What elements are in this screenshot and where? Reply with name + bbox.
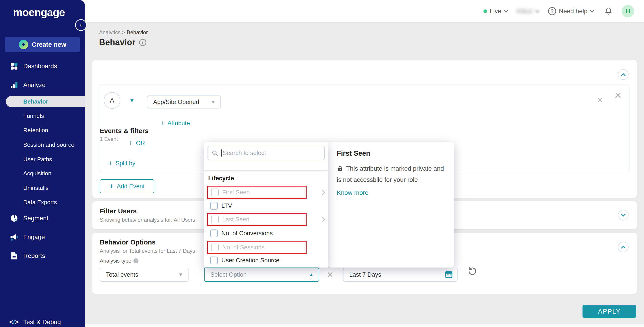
sidebar-item-analyze[interactable]: Analyze — [0, 80, 85, 90]
chevron-down-icon — [590, 8, 594, 12]
chevron-up-icon: ▲ — [309, 272, 314, 278]
sidebar-item-uninstalls[interactable]: Uninstalls — [0, 183, 85, 193]
footer-strip — [85, 324, 644, 327]
add-event-button[interactable]: Add Event — [100, 180, 154, 193]
search-input[interactable] — [223, 150, 317, 156]
need-help-menu[interactable]: Need help — [548, 7, 593, 15]
topbar: Live Kittu2 Need help H — [0, 0, 644, 22]
behavior-analytics-page: Live Kittu2 Need help H moengage Create … — [0, 0, 644, 327]
event-letter-badge: A — [104, 92, 120, 109]
collapse-behavior-options-button[interactable] — [618, 242, 628, 252]
behavior-options-title: Behavior Options — [100, 238, 156, 246]
attribute-search[interactable] — [208, 146, 325, 160]
plus-icon — [109, 182, 114, 190]
event-expand-caret-icon[interactable]: ▼ — [129, 98, 134, 103]
plus-icon — [160, 120, 164, 126]
behavior-options-subtitle: Analysis for Total events for Last 7 Day… — [100, 248, 195, 254]
chevron-down-icon: ▼ — [211, 99, 216, 105]
reports-icon — [10, 252, 18, 260]
chevron-right-icon — [320, 217, 325, 222]
sidebar-item-test-debug[interactable]: </> Test & Debug — [0, 317, 85, 327]
lock-icon — [337, 165, 344, 175]
apply-button[interactable]: APPLY — [582, 305, 636, 318]
chevron-right-icon — [320, 190, 325, 195]
analysis-type-select[interactable]: Total events ▼ — [100, 268, 188, 282]
create-new-button[interactable]: Create new — [5, 37, 80, 52]
attribute-option-first-seen[interactable]: First Seen — [207, 186, 306, 199]
sidebar-item-user-paths[interactable]: User Paths — [0, 154, 85, 164]
info-icon[interactable] — [134, 258, 138, 263]
checkbox[interactable] — [210, 256, 218, 264]
workspace-switcher[interactable]: Kittu2 — [517, 8, 538, 15]
page-title: Behavior — [99, 38, 136, 47]
add-or-button[interactable]: OR — [128, 140, 145, 147]
dashboards-icon — [10, 62, 18, 70]
attribute-dropdown-panel: Lifecycle First Seen LTV Last Seen No. o… — [204, 142, 328, 268]
sidebar-item-session-and-source[interactable]: Session and source — [0, 140, 85, 150]
notification-bell-icon[interactable] — [604, 7, 613, 16]
collapse-events-button[interactable] — [618, 69, 628, 80]
event-name-select[interactable]: App/Site Opened ▼ — [147, 96, 221, 108]
sidebar-item-retention[interactable]: Retention — [0, 125, 85, 135]
sidebar-collapse-button[interactable] — [75, 19, 87, 31]
split-by-button[interactable]: Split by — [108, 160, 135, 167]
calendar-icon — [444, 270, 453, 279]
sidebar-item-behavior[interactable]: Behavior — [6, 96, 85, 107]
checkbox[interactable] — [211, 216, 219, 223]
segment-icon — [10, 214, 18, 222]
filter-users-subtitle: Showing behavior analysis for: All Users — [100, 217, 195, 223]
engage-icon — [10, 233, 18, 241]
sidebar-item-funnels[interactable]: Funnels — [0, 111, 85, 121]
divider — [204, 170, 328, 171]
remove-filter-icon[interactable] — [597, 96, 603, 104]
sidebar: moengage Create new Dashboards Analyze B… — [0, 0, 85, 327]
user-avatar[interactable]: H — [622, 5, 634, 18]
environment-switcher[interactable]: Live — [484, 8, 507, 15]
attribute-option-no-of-sessions[interactable]: No. of Sessions — [207, 241, 306, 254]
add-attribute-button[interactable]: Attribute — [160, 120, 190, 127]
lifecycle-group-label: Lifecycle — [208, 175, 234, 182]
breadcrumb: Analytics > Behavior — [99, 29, 148, 36]
checkbox[interactable] — [210, 202, 218, 210]
analysis-type-label: Analysis type — [100, 258, 131, 264]
know-more-link[interactable]: Know more — [337, 189, 368, 196]
sidebar-item-segment[interactable]: Segment — [0, 213, 85, 224]
info-icon[interactable] — [139, 39, 146, 46]
attribute-detail-panel: First Seen This attribute is marked priv… — [328, 142, 454, 268]
expand-filter-users-button[interactable] — [618, 210, 628, 220]
environment-label: Live — [490, 8, 501, 15]
sidebar-item-acquisition[interactable]: Acquisition — [0, 168, 85, 178]
reset-icon[interactable] — [467, 266, 477, 275]
text-cursor — [222, 150, 222, 156]
filter-users-title: Filter Users — [100, 207, 137, 215]
checkbox[interactable] — [211, 188, 219, 196]
moengage-logo: moengage — [13, 6, 65, 18]
sidebar-item-data-exports[interactable]: Data Exports — [0, 197, 85, 207]
checkbox[interactable] — [210, 230, 218, 237]
analyze-icon — [10, 81, 18, 89]
plus-icon — [19, 40, 28, 49]
chevron-down-icon — [535, 8, 539, 12]
breadcrumb-parent[interactable]: Analytics — [99, 29, 120, 35]
remove-event-icon[interactable] — [614, 90, 622, 101]
attribute-detail-title: First Seen — [337, 150, 370, 158]
live-status-dot — [484, 10, 487, 13]
plus-icon — [108, 160, 112, 167]
attribute-option-user-creation-source[interactable]: User Creation Source — [207, 254, 306, 267]
checkbox[interactable] — [211, 244, 219, 251]
sidebar-item-engage[interactable]: Engage — [0, 232, 85, 242]
date-range-picker[interactable]: Last 7 Days — [343, 268, 458, 282]
chevron-up-icon — [621, 246, 626, 250]
chevron-down-icon — [621, 212, 626, 216]
attribute-option-last-seen[interactable]: Last Seen — [207, 213, 306, 226]
chevron-down-icon — [504, 8, 508, 12]
sidebar-item-reports[interactable]: Reports — [0, 250, 85, 261]
clear-selection-icon[interactable] — [327, 270, 334, 280]
sidebar-item-dashboards[interactable]: Dashboards — [0, 61, 85, 72]
attribute-option-ltv[interactable]: LTV — [207, 199, 306, 212]
attribute-option-no-of-conversions[interactable]: No. of Conversions — [207, 226, 306, 240]
chevron-down-icon: ▼ — [178, 272, 183, 278]
question-icon — [548, 7, 556, 15]
private-attribute-message: This attribute is marked private and is … — [337, 164, 450, 185]
attribute-select[interactable]: Select Option ▲ — [204, 268, 319, 282]
